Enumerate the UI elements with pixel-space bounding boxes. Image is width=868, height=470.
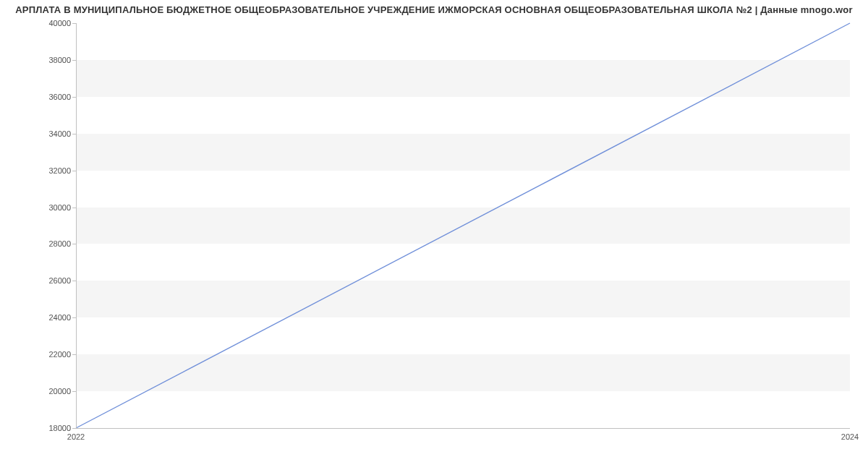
y-tick-label: 38000 [27, 56, 71, 64]
svg-line-0 [76, 23, 850, 428]
y-tick-label: 34000 [27, 129, 71, 138]
x-tick-label: 2024 [841, 432, 859, 441]
y-axis [76, 23, 77, 428]
line-series [76, 23, 850, 428]
y-tick-label: 40000 [27, 19, 71, 27]
y-tick-label: 20000 [27, 387, 71, 396]
y-tick-label: 30000 [27, 203, 71, 212]
x-axis [76, 428, 850, 429]
plot-area [76, 23, 850, 428]
y-tick-label: 24000 [27, 313, 71, 322]
y-tick-label: 26000 [27, 276, 71, 285]
x-tick-label: 2022 [67, 432, 85, 441]
y-tick-label: 28000 [27, 239, 71, 248]
y-tick-label: 22000 [27, 350, 71, 359]
y-tick-label: 18000 [27, 424, 71, 432]
y-tick-label: 32000 [27, 166, 71, 175]
y-tick-label: 36000 [27, 93, 71, 101]
chart-title: АРПЛАТА В МУНИЦИПАЛЬНОЕ БЮДЖЕТНОЕ ОБЩЕОБ… [0, 4, 868, 15]
